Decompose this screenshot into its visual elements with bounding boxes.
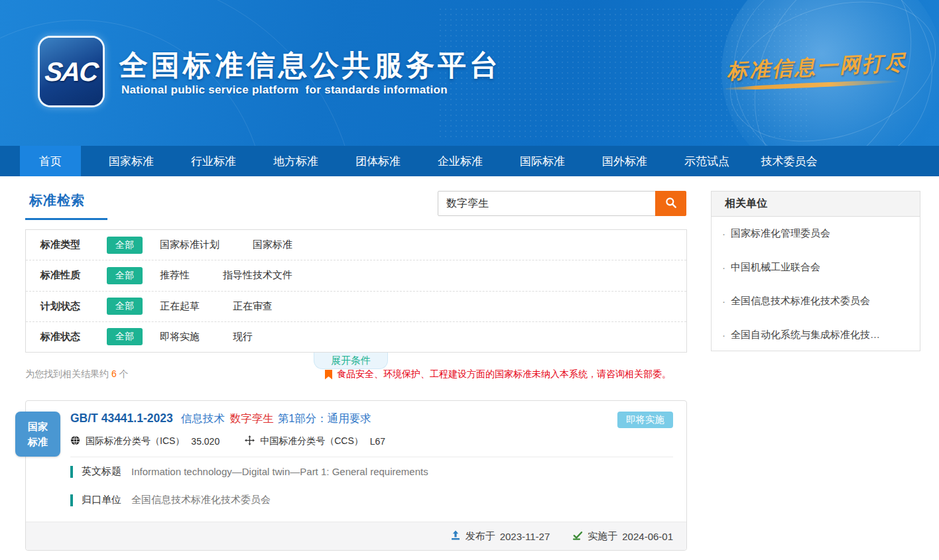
search-box (438, 191, 686, 216)
card-footer: 发布于 2023-11-27 实施于 2024-06-01 (26, 522, 686, 550)
page-title-underline (25, 218, 107, 220)
site-header: SAC 全国标准信息公共服务平台 National public service… (0, 0, 939, 146)
filter-all-button[interactable]: 全部 (107, 267, 143, 284)
search-button[interactable] (655, 191, 686, 216)
bullet: · (722, 228, 725, 239)
nav-item-industry-standards[interactable]: 行业标准 (172, 146, 255, 176)
filter-row-plan-status: 计划状态 全部 正在起草 正在审查 (26, 292, 686, 322)
filter-option[interactable]: 指导性技术文件 (223, 269, 292, 282)
filter-option[interactable]: 正在审查 (233, 300, 273, 313)
sidebar-item-it-standardization-committee[interactable]: · 全国信息技术标准化技术委员会 (712, 284, 920, 318)
implement-label: 实施于 (588, 530, 617, 543)
publish-upload-icon (450, 530, 461, 543)
filter-all-button[interactable]: 全部 (107, 328, 143, 345)
standard-title-link[interactable]: GB/T 43441.1-2023信息技术数字孪生第1部分：通用要求 (70, 412, 371, 426)
standard-title-highlight: 数字孪生 (230, 412, 274, 424)
standard-code: GB/T 43441.1-2023 (70, 412, 173, 425)
filter-option[interactable]: 推荐性 (160, 269, 190, 282)
standard-title-part: 信息技术 (181, 412, 225, 424)
filter-label: 标准状态 (40, 331, 107, 343)
bullet: · (722, 296, 725, 307)
ics-label: 国际标准分类号（ICS） (86, 435, 184, 447)
bullet: · (722, 262, 725, 273)
page-title: 标准检索 (29, 192, 85, 209)
teal-bar-decoration (70, 494, 73, 506)
publish-date-item: 发布于 2023-11-27 (450, 530, 550, 543)
result-count-number: 6 (111, 368, 117, 379)
ccs-compass-icon (245, 435, 255, 447)
nav-item-pilot[interactable]: 示范试点 (666, 146, 748, 176)
bullet: · (722, 329, 725, 341)
implement-check-icon (572, 530, 583, 543)
site-title-english: National public service platform for sta… (121, 84, 448, 97)
related-units-panel: 相关单位 · 国家标准化管理委员会 · 中国机械工业联合会 · 全国信息技术标准… (711, 191, 920, 351)
filter-option[interactable]: 国家标准 (253, 239, 292, 251)
filter-option[interactable]: 现行 (233, 331, 253, 343)
search-input[interactable] (438, 191, 656, 216)
english-title-label: 英文标题 (82, 465, 121, 478)
nav-item-local-standards[interactable]: 地方标准 (255, 146, 337, 176)
implement-date-item: 实施于 2024-06-01 (572, 530, 673, 543)
filter-all-button[interactable]: 全部 (107, 237, 143, 254)
site-title-chinese: 全国标准信息公共服务平台 (119, 46, 501, 85)
filter-row-standard-type: 标准类型 全部 国家标准计划 国家标准 (26, 230, 686, 260)
sidebar-item-automation-systems-committee[interactable]: · 全国自动化系统与集成标准化技… (712, 318, 920, 352)
ccs-value: L67 (370, 436, 385, 447)
publish-label: 发布于 (466, 530, 495, 543)
english-title-row: 英文标题 Information technology—Digital twin… (70, 465, 428, 478)
nav-item-group-standards[interactable]: 团体标准 (337, 146, 419, 176)
committee-value: 全国信息技术标准化技术委员会 (131, 494, 271, 506)
filter-option[interactable]: 正在起草 (160, 300, 200, 313)
expand-conditions-button[interactable]: 展开条件 (314, 353, 388, 369)
nav-item-national-standards[interactable]: 国家标准 (90, 146, 172, 176)
sidebar-item-machinery-federation[interactable]: · 中国机械工业联合会 (712, 251, 920, 284)
card-divider (70, 457, 673, 457)
ccs-label: 中国标准分类号（CCS） (260, 435, 363, 447)
filter-label: 标准类型 (40, 239, 107, 251)
standard-result-card: 国家 标准 GB/T 43441.1-2023信息技术数字孪生第1部分：通用要求… (25, 400, 687, 551)
classification-row: 国际标准分类号（ICS） 35.020 中国标准分类号（CCS） L67 (70, 435, 385, 447)
nav-item-technical-committee[interactable]: 技术委员会 (748, 146, 830, 176)
notice-text: 食品安全、环境保护、工程建设方面的国家标准未纳入本系统，请咨询相关部委。 (337, 368, 671, 380)
filter-row-standard-status: 标准状态 全部 即将实施 现行 (26, 322, 686, 352)
filter-label: 标准性质 (40, 269, 107, 282)
teal-bar-decoration (70, 466, 73, 478)
publish-date: 2023-11-27 (500, 531, 550, 542)
nav-item-foreign-standards[interactable]: 国外标准 (584, 146, 666, 176)
filter-option[interactable]: 国家标准计划 (160, 239, 219, 251)
main-nav: 首页 国家标准 行业标准 地方标准 团体标准 企业标准 国际标准 国外标准 示范… (0, 146, 939, 176)
filter-option[interactable]: 即将实施 (160, 331, 200, 343)
related-units-title: 相关单位 (712, 192, 920, 217)
filter-panel: 标准类型 全部 国家标准计划 国家标准 标准性质 全部 推荐性 指导性技术文件 … (25, 229, 687, 353)
filter-row-standard-nature: 标准性质 全部 推荐性 指导性技术文件 (26, 260, 686, 291)
committee-label: 归口单位 (82, 494, 121, 506)
results-meta-line: 为您找到相关结果约6个 食品安全、环境保护、工程建设方面的国家标准未纳入本系统，… (25, 368, 687, 380)
globe-icon (70, 435, 80, 447)
system-notice: 食品安全、环境保护、工程建设方面的国家标准未纳入本系统，请咨询相关部委。 (325, 368, 671, 380)
sac-logo-text: SAC (44, 57, 99, 87)
standard-title-part: 第1部分：通用要求 (278, 412, 371, 424)
committee-row: 归口单位 全国信息技术标准化技术委员会 (70, 494, 271, 506)
status-badge: 即将实施 (617, 412, 673, 428)
nav-item-international-standards[interactable]: 国际标准 (501, 146, 584, 176)
ics-value: 35.020 (191, 436, 219, 447)
filter-all-button[interactable]: 全部 (107, 298, 143, 315)
magnifier-icon (664, 196, 678, 211)
result-count: 为您找到相关结果约6个 (25, 368, 129, 380)
page: SAC 全国标准信息公共服务平台 National public service… (0, 0, 939, 560)
filter-label: 计划状态 (40, 300, 107, 313)
sac-logo[interactable]: SAC (40, 38, 103, 105)
nav-item-enterprise-standards[interactable]: 企业标准 (419, 146, 501, 176)
implement-date: 2024-06-01 (622, 531, 673, 542)
nav-item-home[interactable]: 首页 (20, 146, 81, 176)
sidebar-item-sac[interactable]: · 国家标准化管理委员会 (712, 217, 920, 251)
bookmark-icon (325, 370, 332, 380)
english-title-value: Information technology—Digital twin—Part… (131, 466, 428, 477)
national-standard-badge: 国家 标准 (15, 412, 60, 457)
